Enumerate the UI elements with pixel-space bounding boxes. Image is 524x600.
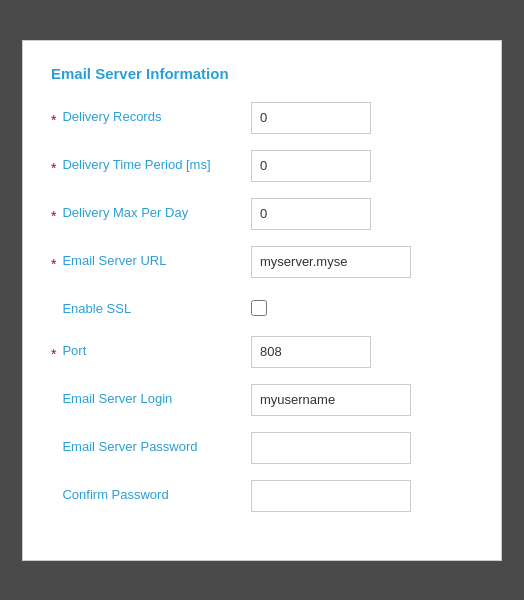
email-server-url-input-col	[251, 246, 473, 278]
enable-ssl-row: * Enable SSL	[51, 294, 473, 320]
confirm-password-input[interactable]	[251, 480, 411, 512]
delivery-records-input[interactable]	[251, 102, 371, 134]
email-server-url-label: Email Server URL	[62, 252, 166, 270]
email-server-panel: Email Server Information * Delivery Reco…	[22, 40, 502, 561]
delivery-records-row: * Delivery Records	[51, 102, 473, 134]
port-label: Port	[62, 342, 86, 360]
email-server-password-input[interactable]	[251, 432, 411, 464]
email-server-password-label: Email Server Password	[62, 438, 197, 456]
email-server-url-row: * Email Server URL	[51, 246, 473, 278]
email-server-login-input[interactable]	[251, 384, 411, 416]
email-server-password-input-col	[251, 432, 473, 464]
delivery-max-row: * Delivery Max Per Day	[51, 198, 473, 230]
delivery-time-period-label-col: * Delivery Time Period [ms]	[51, 150, 251, 176]
email-server-login-label: Email Server Login	[62, 390, 172, 408]
email-server-login-input-col	[251, 384, 473, 416]
confirm-password-row: * Confirm Password	[51, 480, 473, 512]
delivery-records-label: Delivery Records	[62, 108, 161, 126]
required-star-delivery-time: *	[51, 160, 56, 176]
delivery-time-period-input[interactable]	[251, 150, 371, 182]
port-label-col: * Port	[51, 336, 251, 362]
port-row: * Port	[51, 336, 473, 368]
enable-ssl-input-col	[251, 294, 473, 319]
email-server-login-row: * Email Server Login	[51, 384, 473, 416]
delivery-records-label-col: * Delivery Records	[51, 102, 251, 128]
email-server-password-label-col: * Email Server Password	[51, 432, 251, 458]
delivery-max-input-col	[251, 198, 473, 230]
required-star-port: *	[51, 346, 56, 362]
required-star-delivery-max: *	[51, 208, 56, 224]
confirm-password-label: Confirm Password	[62, 486, 168, 504]
email-server-url-label-col: * Email Server URL	[51, 246, 251, 272]
delivery-time-period-row: * Delivery Time Period [ms]	[51, 150, 473, 182]
delivery-time-period-label: Delivery Time Period [ms]	[62, 156, 210, 174]
required-star-delivery-records: *	[51, 112, 56, 128]
required-star-email-server-url: *	[51, 256, 56, 272]
delivery-time-period-input-col	[251, 150, 473, 182]
enable-ssl-label-col: * Enable SSL	[51, 294, 251, 320]
email-server-password-row: * Email Server Password	[51, 432, 473, 464]
panel-title: Email Server Information	[51, 65, 473, 82]
port-input[interactable]	[251, 336, 371, 368]
confirm-password-input-col	[251, 480, 473, 512]
delivery-max-label: Delivery Max Per Day	[62, 204, 188, 222]
enable-ssl-label: Enable SSL	[62, 300, 131, 318]
confirm-password-label-col: * Confirm Password	[51, 480, 251, 506]
email-server-login-label-col: * Email Server Login	[51, 384, 251, 410]
port-input-col	[251, 336, 473, 368]
enable-ssl-checkbox[interactable]	[251, 300, 267, 316]
delivery-max-input[interactable]	[251, 198, 371, 230]
delivery-max-label-col: * Delivery Max Per Day	[51, 198, 251, 224]
email-server-url-input[interactable]	[251, 246, 411, 278]
delivery-records-input-col	[251, 102, 473, 134]
